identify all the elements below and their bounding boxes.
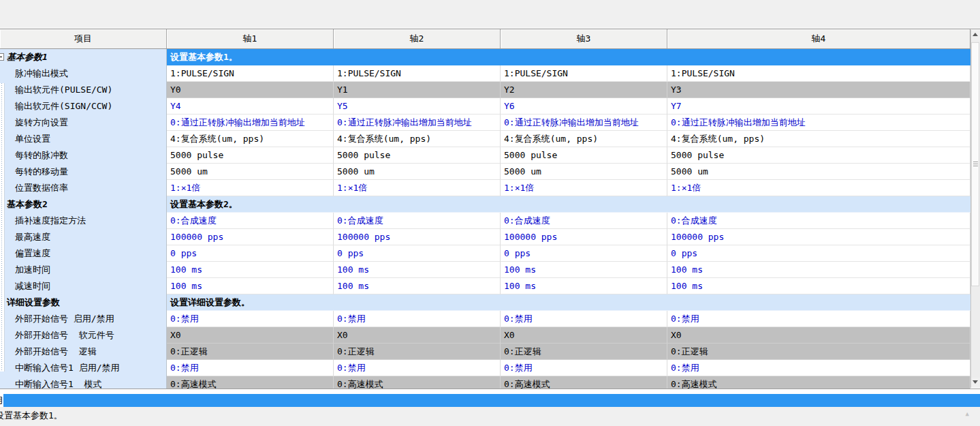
parameter-value-cell-axis2[interactable]: 100 ms	[334, 262, 501, 278]
parameter-value-cell-axis3[interactable]: 5000 um	[501, 164, 667, 180]
parameter-name[interactable]: 外部开始信号 启用/禁用	[0, 311, 167, 327]
parameter-name[interactable]: 中断输入信号1 启用/禁用	[0, 360, 167, 376]
tree-collapse-icon[interactable]	[0, 53, 4, 61]
parameter-value-cell-axis4[interactable]: 100 ms	[667, 278, 970, 294]
column-header-axis1[interactable]: 轴1	[167, 29, 334, 48]
parameter-name[interactable]: 中断输入信号1 模式	[0, 376, 167, 389]
parameter-value-cell-axis3[interactable]: 0:高速模式	[501, 376, 667, 389]
parameter-value-cell-axis3[interactable]: X0	[501, 327, 667, 344]
parameter-value-cell-axis4[interactable]: 0:禁用	[667, 311, 970, 327]
parameter-value-cell-axis3[interactable]: 0:禁用	[501, 311, 667, 327]
parameter-value-cell-axis1[interactable]: 1:PULSE/SIGN	[167, 65, 334, 82]
parameter-value-cell-axis4[interactable]: Y7	[667, 98, 970, 115]
section-description[interactable]: 设置基本参数2。	[167, 196, 970, 213]
parameter-name[interactable]: 每转的移动量	[0, 164, 167, 180]
parameter-value-cell-axis4[interactable]: 0 pps	[667, 245, 970, 262]
parameter-name[interactable]: 外部开始信号 逻辑	[0, 344, 167, 360]
parameter-value-cell-axis1[interactable]: X0	[167, 327, 334, 344]
parameter-value-cell-axis3[interactable]: 1:PULSE/SIGN	[501, 65, 667, 82]
tree-group-label[interactable]: 详细设置参数	[0, 294, 167, 311]
explanation-scroll-up-icon[interactable]: ▲	[966, 411, 969, 417]
column-header-axis3[interactable]: 轴3	[501, 29, 667, 48]
parameter-value-cell-axis1[interactable]: 0:通过正转脉冲输出增加当前地址	[167, 115, 334, 131]
parameter-value-cell-axis4[interactable]: 0:禁用	[667, 360, 970, 376]
parameter-value-cell-axis2[interactable]: 1:PULSE/SIGN	[334, 65, 501, 82]
column-header-item[interactable]: 项目	[0, 29, 167, 48]
parameter-value-cell-axis4[interactable]: X0	[667, 327, 970, 344]
parameter-value-cell-axis2[interactable]: 100000 pps	[334, 229, 501, 245]
parameter-name[interactable]: 最高速度	[0, 229, 167, 245]
parameter-value-cell-axis4[interactable]: 4:复合系统(um, pps)	[667, 131, 970, 147]
parameter-name[interactable]: 输出软元件(PULSE/CW)	[0, 82, 167, 98]
parameter-value-cell-axis4[interactable]: 0:通过正转脉冲输出增加当前地址	[667, 115, 970, 131]
parameter-value-cell-axis4[interactable]: 0:正逻辑	[667, 344, 970, 360]
parameter-name[interactable]: 加速时间	[0, 262, 167, 278]
parameter-value-cell-axis4[interactable]: 100000 pps	[667, 229, 970, 245]
parameter-name[interactable]: 外部开始信号 软元件号	[0, 327, 167, 344]
column-header-axis2[interactable]: 轴2	[334, 29, 501, 48]
parameter-value-cell-axis3[interactable]: Y6	[501, 98, 667, 115]
parameter-value-cell-axis2[interactable]: 0:正逻辑	[334, 344, 501, 360]
parameter-value-cell-axis2[interactable]: Y1	[334, 82, 501, 98]
parameter-value-cell-axis1[interactable]: 100000 pps	[167, 229, 334, 245]
parameter-value-cell-axis1[interactable]: Y4	[167, 98, 334, 115]
parameter-value-cell-axis3[interactable]: 5000 pulse	[501, 147, 667, 164]
tree-group-label[interactable]: 基本参数1	[0, 49, 167, 65]
parameter-value-cell-axis4[interactable]: 1:PULSE/SIGN	[667, 65, 970, 82]
parameter-value-cell-axis1[interactable]: 5000 pulse	[167, 147, 334, 164]
parameter-value-cell-axis3[interactable]: 100 ms	[501, 278, 667, 294]
scroll-down-button[interactable]	[971, 378, 980, 388]
parameter-value-cell-axis2[interactable]: 100 ms	[334, 278, 501, 294]
parameter-value-cell-axis1[interactable]: 0:正逻辑	[167, 344, 334, 360]
parameter-name[interactable]: 偏置速度	[0, 245, 167, 262]
parameter-value-cell-axis2[interactable]: 0:禁用	[334, 311, 501, 327]
parameter-value-cell-axis1[interactable]: 0 pps	[167, 245, 334, 262]
scroll-up-button[interactable]	[971, 30, 980, 40]
parameter-value-cell-axis3[interactable]: 0:正逻辑	[501, 344, 667, 360]
parameter-value-cell-axis1[interactable]: 0:合成速度	[167, 213, 334, 229]
parameter-value-cell-axis4[interactable]: 1:×1倍	[667, 180, 970, 196]
parameter-name[interactable]: 输出软元件(SIGN/CCW)	[0, 98, 167, 115]
parameter-value-cell-axis2[interactable]: 4:复合系统(um, pps)	[334, 131, 501, 147]
parameter-value-cell-axis2[interactable]: 0:禁用	[334, 360, 501, 376]
parameter-value-cell-axis1[interactable]: 1:×1倍	[167, 180, 334, 196]
parameter-value-cell-axis4[interactable]: 5000 um	[667, 164, 970, 180]
selected-section-description[interactable]: 设置基本参数1。	[167, 49, 970, 65]
parameter-value-cell-axis1[interactable]: 100 ms	[167, 262, 334, 278]
parameter-value-cell-axis3[interactable]: 4:复合系统(um, pps)	[501, 131, 667, 147]
parameter-value-cell-axis3[interactable]: Y2	[501, 82, 667, 98]
parameter-value-cell-axis4[interactable]: 5000 pulse	[667, 147, 970, 164]
parameter-name[interactable]: 脉冲输出模式	[0, 65, 167, 82]
parameter-value-cell-axis3[interactable]: 100 ms	[501, 262, 667, 278]
parameter-value-cell-axis4[interactable]: Y3	[667, 82, 970, 98]
parameter-value-cell-axis2[interactable]: Y5	[334, 98, 501, 115]
parameter-value-cell-axis1[interactable]: 100 ms	[167, 278, 334, 294]
parameter-value-cell-axis1[interactable]: 5000 um	[167, 164, 334, 180]
parameter-value-cell-axis2[interactable]: 5000 um	[334, 164, 501, 180]
parameter-value-cell-axis3[interactable]: 0:通过正转脉冲输出增加当前地址	[501, 115, 667, 131]
parameter-value-cell-axis3[interactable]: 0 pps	[501, 245, 667, 262]
parameter-value-cell-axis3[interactable]: 0:禁用	[501, 360, 667, 376]
parameter-name[interactable]: 每转的脉冲数	[0, 147, 167, 164]
parameter-name[interactable]: 单位设置	[0, 131, 167, 147]
parameter-name[interactable]: 减速时间	[0, 278, 167, 294]
parameter-value-cell-axis2[interactable]: 0:合成速度	[334, 213, 501, 229]
parameter-value-cell-axis1[interactable]: 0:高速模式	[167, 376, 334, 389]
parameter-value-cell-axis4[interactable]: 0:高速模式	[667, 376, 970, 389]
parameter-value-cell-axis2[interactable]: 0:高速模式	[334, 376, 501, 389]
parameter-value-cell-axis2[interactable]: 1:×1倍	[334, 180, 501, 196]
parameter-value-cell-axis4[interactable]: 100 ms	[667, 262, 970, 278]
parameter-value-cell-axis2[interactable]: 5000 pulse	[334, 147, 501, 164]
tree-group-label[interactable]: 基本参数2	[0, 196, 167, 213]
explanation-title-bar[interactable]	[3, 394, 980, 407]
parameter-value-cell-axis3[interactable]: 100000 pps	[501, 229, 667, 245]
parameter-name[interactable]: 插补速度指定方法	[0, 213, 167, 229]
parameter-value-cell-axis2[interactable]: 0:通过正转脉冲输出增加当前地址	[334, 115, 501, 131]
scrollbar-track[interactable]	[971, 40, 980, 378]
parameter-value-cell-axis2[interactable]: 0 pps	[334, 245, 501, 262]
parameter-value-cell-axis1[interactable]: 0:禁用	[167, 311, 334, 327]
parameter-name[interactable]: 位置数据倍率	[0, 180, 167, 196]
scrollbar-thumb[interactable]	[971, 42, 979, 286]
parameter-value-cell-axis3[interactable]: 1:×1倍	[501, 180, 667, 196]
vertical-scrollbar[interactable]	[970, 30, 980, 388]
